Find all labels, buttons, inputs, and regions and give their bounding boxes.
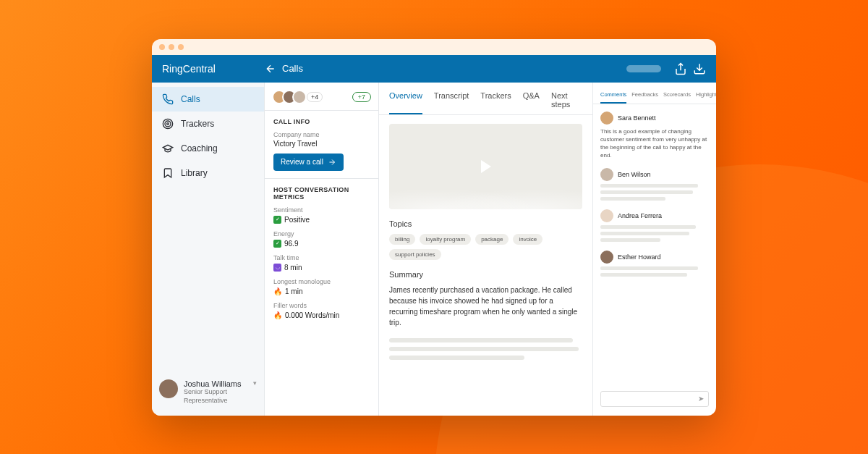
comment-avatar (600, 112, 613, 125)
arrow-left-icon (265, 63, 276, 75)
metric-label: Talk time (273, 254, 370, 261)
tab-transcript[interactable]: Transcript (434, 91, 469, 114)
main-scroll: Topics billing loyalty program package i… (379, 115, 592, 373)
sidebar-item-trackers[interactable]: Trackers (152, 112, 264, 136)
comment-item: Esther Howard (600, 251, 709, 277)
phone-icon (162, 93, 174, 105)
app-window: RingCentral Calls Calls Trackers (152, 39, 716, 416)
sidebar-item-library[interactable]: Library (152, 161, 264, 185)
back-button[interactable]: Calls (265, 63, 303, 75)
window-dot[interactable] (159, 44, 165, 50)
avatar-overflow-badge[interactable]: +4 (307, 92, 323, 102)
body: Calls Trackers Coaching Library (152, 83, 716, 416)
participants-row: +4 +7 (265, 83, 378, 111)
side-tab-comments[interactable]: Comments (600, 91, 626, 104)
comment-item: Sara Bennett This is a good example of c… (600, 112, 709, 160)
top-bar: RingCentral Calls (152, 55, 716, 83)
call-info-section: CALL INFO Company name Victory Travel Re… (265, 111, 378, 179)
metric-value: 8 min (284, 264, 302, 272)
tab-overview[interactable]: Overview (389, 91, 422, 114)
metric-filler: Filler words 🔥0.000 Words/min (273, 302, 370, 319)
section-title: CALL INFO (273, 118, 370, 125)
side-tab-feedbacks[interactable]: Feedbacks (631, 91, 658, 104)
video-player[interactable] (389, 124, 582, 209)
metric-talktime: Talk time ◡8 min (273, 254, 370, 272)
participant-avatar (292, 90, 307, 104)
fire-icon: 🔥 (273, 287, 282, 295)
sidebar-item-calls[interactable]: Calls (152, 87, 264, 112)
comment-avatar (600, 251, 613, 264)
content-area: +4 +7 CALL INFO Company name Victory Tra… (265, 83, 716, 416)
comment-author: Sara Bennett (618, 114, 656, 122)
side-tab-highlights[interactable]: Highlights (696, 91, 716, 104)
comment-avatar (600, 168, 613, 181)
tab-nextsteps[interactable]: Next steps (551, 91, 582, 114)
field-label: Company name (273, 131, 370, 138)
target-icon (162, 118, 174, 130)
review-call-button[interactable]: Review a call (273, 154, 344, 171)
user-card[interactable]: Joshua Williams Senior Support Represent… (152, 372, 264, 415)
topic-chip[interactable]: invoice (513, 234, 542, 245)
window-titlebar (152, 39, 716, 55)
play-icon (481, 160, 491, 173)
nav-label: Trackers (181, 119, 214, 129)
arrow-right-icon (328, 158, 336, 167)
send-icon[interactable]: ➤ (698, 395, 704, 403)
avatar-group[interactable] (272, 90, 307, 104)
graduation-icon (162, 143, 174, 154)
share-icon[interactable] (674, 62, 687, 75)
metric-label: Energy (273, 230, 370, 237)
brand-logo: RingCentral (162, 63, 265, 75)
comment-item: Andrea Ferrera (600, 209, 709, 242)
sidebar-item-coaching[interactable]: Coaching (152, 136, 264, 161)
comment-author: Esther Howard (618, 253, 661, 261)
comment-input-row: ➤ (593, 385, 716, 416)
chevron-down-icon: ▾ (253, 379, 257, 387)
nav-label: Coaching (181, 143, 218, 154)
topic-chip[interactable]: billing (389, 234, 415, 245)
window-dot[interactable] (169, 44, 174, 50)
check-icon: ✓ (273, 240, 281, 248)
plus-badge[interactable]: +7 (352, 92, 371, 102)
metric-energy: Energy ✓96.9 (273, 230, 370, 248)
user-name: Joshua Williams (184, 379, 247, 388)
main-column: Overview Transcript Trackers Q&A Next st… (379, 83, 593, 416)
svg-point-1 (165, 121, 171, 127)
button-label: Review a call (281, 158, 323, 166)
svg-point-2 (167, 122, 169, 125)
check-icon: ✓ (273, 216, 281, 224)
main-tabs: Overview Transcript Trackers Q&A Next st… (379, 83, 592, 115)
bookmark-icon (162, 167, 174, 179)
topic-chip[interactable]: package (475, 234, 509, 245)
metric-label: Longest monologue (273, 278, 370, 285)
user-info: Joshua Williams Senior Support Represent… (184, 379, 247, 405)
nav-label: Calls (181, 94, 200, 104)
side-tabs: Comments Feedbacks Scorecards Highlights (593, 83, 716, 104)
side-column: Comments Feedbacks Scorecards Highlights… (593, 83, 716, 416)
download-icon[interactable] (693, 62, 706, 75)
user-avatar (159, 379, 178, 398)
comment-input[interactable]: ➤ (600, 391, 709, 407)
tab-trackers[interactable]: Trackers (480, 91, 511, 114)
window-dot[interactable] (178, 44, 184, 50)
topics-heading: Topics (389, 219, 582, 228)
comment-text: This is a good example of changing custo… (600, 127, 709, 160)
metric-label: Filler words (273, 302, 370, 309)
comment-author: Ben Wilson (618, 171, 651, 178)
metric-monologue: Longest monologue 🔥1 min (273, 278, 370, 295)
tab-qa[interactable]: Q&A (523, 91, 540, 114)
user-role: Senior Support Representative (184, 388, 247, 405)
placeholder-lines (389, 338, 582, 360)
topic-chip[interactable]: loyalty program (420, 234, 471, 245)
metric-value: 1 min (285, 287, 302, 295)
side-tab-scorecards[interactable]: Scorecards (663, 91, 691, 104)
mask-icon: ◡ (273, 264, 281, 272)
fire-icon: 🔥 (273, 311, 282, 319)
svg-point-0 (163, 119, 172, 128)
header-placeholder (626, 65, 661, 72)
sidebar: Calls Trackers Coaching Library (152, 83, 265, 416)
summary-heading: Summary (389, 270, 582, 279)
topic-chip[interactable]: support policies (389, 249, 441, 260)
company-name: Victory Travel (273, 140, 370, 148)
nav-label: Library (181, 168, 208, 178)
